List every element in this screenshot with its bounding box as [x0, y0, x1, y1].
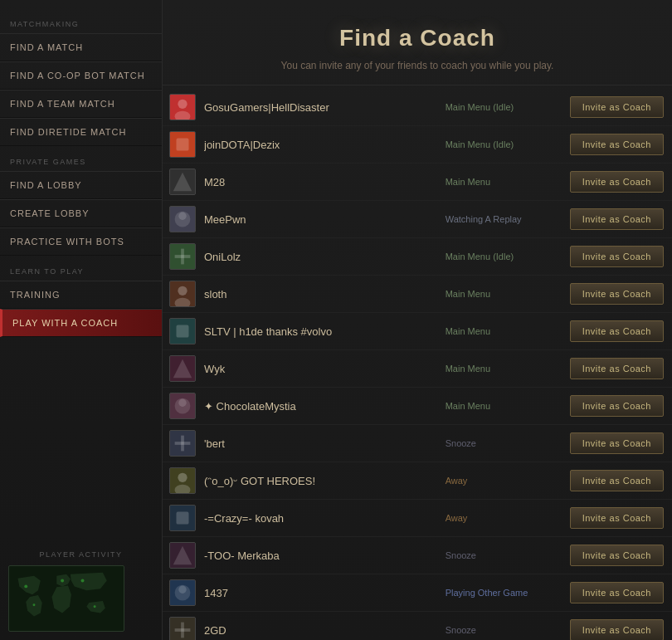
friend-avatar	[169, 131, 196, 158]
friend-avatar	[169, 542, 196, 569]
friend-status: Main Menu (Idle)	[437, 102, 570, 112]
svg-point-40	[178, 586, 186, 594]
invite-as-coach-button[interactable]: Invite as Coach	[570, 619, 664, 640]
page-title: Find a Coach	[179, 25, 655, 51]
sidebar-item-play-coach[interactable]: PLAY WITH A COACH	[0, 309, 162, 337]
friend-name: -TOO- Merkaba	[204, 550, 437, 562]
svg-point-0	[24, 584, 27, 588]
svg-rect-35	[177, 512, 189, 525]
friend-avatar	[169, 467, 196, 494]
sidebar-item-find-lobby[interactable]: FIND A LOBBY	[0, 171, 162, 199]
friend-status: Playing Other Game	[437, 588, 570, 598]
friend-status: Main Menu	[437, 326, 570, 336]
friend-row: SLTV | h1de thanks #volvoMain MenuInvite…	[163, 313, 672, 350]
sidebar-item-practice-bots[interactable]: PRACTICE WITH BOTS	[0, 227, 162, 256]
invite-as-coach-button[interactable]: Invite as Coach	[570, 283, 664, 305]
friend-name: SLTV | h1de thanks #volvo	[204, 325, 437, 338]
sidebar-item-find-team-match[interactable]: FIND A TEAM MATCH	[0, 90, 162, 118]
learn-to-play-section-label: LEARN TO PLAY	[0, 256, 162, 281]
friend-row: slothMain MenuInvite as Coach	[163, 276, 672, 313]
sidebar-item-find-coop-bot[interactable]: FIND A CO-OP BOT MATCH	[0, 61, 162, 90]
friend-name: 'bert	[204, 437, 437, 450]
friend-row: WykMain MenuInvite as Coach	[163, 350, 672, 388]
friend-name: OniLolz	[204, 251, 437, 263]
friend-row: M28Main MenuInvite as Coach	[163, 164, 672, 201]
friend-row: OniLolzMain Menu (Idle)Invite as Coach	[163, 238, 672, 276]
svg-point-32	[178, 473, 187, 482]
friend-row: 1437Playing Other GameInvite as Coach	[163, 574, 672, 612]
friend-name: GosuGamers|HellDisaster	[204, 101, 437, 114]
invite-as-coach-button[interactable]: Invite as Coach	[570, 395, 664, 417]
invite-as-coach-button[interactable]: Invite as Coach	[570, 246, 664, 267]
svg-point-14	[178, 213, 186, 220]
player-activity-label: PLAYER ACTIVITY	[8, 550, 153, 559]
friend-status: Main Menu	[437, 177, 570, 187]
friend-avatar	[169, 169, 196, 195]
friend-status: Watching A Replay	[437, 214, 570, 224]
friend-status: Main Menu	[437, 289, 570, 299]
player-activity-section: PLAYER ACTIVITY	[0, 542, 162, 640]
invite-as-coach-button[interactable]: Invite as Coach	[570, 545, 664, 566]
svg-point-1	[61, 579, 64, 583]
friends-list: GosuGamers|HellDisasterMain Menu (Idle)I…	[163, 85, 672, 640]
friend-status: Away	[437, 513, 570, 523]
main-content: Find a Coach You can invite any of your …	[163, 0, 672, 640]
friend-status: Main Menu	[437, 364, 570, 374]
invite-as-coach-button[interactable]: Invite as Coach	[570, 582, 664, 603]
friend-avatar	[169, 505, 196, 531]
svg-point-6	[178, 100, 187, 109]
friend-row: 2GDSnoozeInvite as Coach	[163, 612, 672, 640]
friend-avatar	[169, 579, 196, 606]
sidebar-item-training[interactable]: TRAINING	[0, 281, 162, 309]
friend-avatar	[169, 617, 196, 640]
friend-row: -TOO- MerkabaSnoozeInvite as Coach	[163, 537, 672, 574]
invite-as-coach-button[interactable]: Invite as Coach	[570, 470, 664, 491]
invite-as-coach-button[interactable]: Invite as Coach	[570, 432, 664, 454]
invite-as-coach-button[interactable]: Invite as Coach	[570, 208, 664, 230]
friend-status: Snooze	[437, 625, 570, 635]
friend-status: Away	[437, 476, 570, 486]
invite-as-coach-button[interactable]: Invite as Coach	[570, 171, 664, 193]
svg-point-4	[33, 603, 36, 606]
friend-row: ✦ ChocolateMystiaMain MenuInvite as Coac…	[163, 388, 672, 425]
friend-row: GosuGamers|HellDisasterMain Menu (Idle)I…	[163, 89, 672, 126]
friend-row: (ᵔo_o)ᵕ GOT HEROES!AwayInvite as Coach	[163, 462, 672, 500]
friend-name: -=Crazy=- kovah	[204, 512, 437, 525]
svg-point-2	[81, 579, 85, 583]
sidebar-item-find-a-match[interactable]: FIND A MATCH	[0, 33, 162, 61]
friend-status: Snooze	[437, 438, 570, 448]
invite-as-coach-button[interactable]: Invite as Coach	[570, 320, 664, 342]
svg-rect-9	[177, 139, 189, 151]
friend-status: Main Menu	[437, 401, 570, 411]
friend-avatar	[169, 243, 196, 270]
friend-row: -=Crazy=- kovahAwayInvite as Coach	[163, 500, 672, 537]
friend-status: Main Menu (Idle)	[437, 252, 570, 261]
friend-avatar	[169, 318, 196, 344]
friend-row: 'bertSnoozeInvite as Coach	[163, 425, 672, 462]
friend-status: Main Menu (Idle)	[437, 139, 570, 149]
friend-name: 1437	[204, 587, 437, 599]
svg-rect-30	[181, 436, 184, 452]
sidebar-item-find-diretide[interactable]: FIND DIRETIDE MATCH	[0, 118, 162, 146]
friend-name: ✦ ChocolateMystia	[204, 400, 437, 413]
invite-as-coach-button[interactable]: Invite as Coach	[570, 507, 664, 529]
friend-row: joinDOTA|DezixMain Menu (Idle)Invite as …	[163, 126, 672, 164]
invite-as-coach-button[interactable]: Invite as Coach	[570, 358, 664, 379]
sidebar: MATCHMAKING FIND A MATCH FIND A CO-OP BO…	[0, 0, 163, 640]
svg-point-19	[178, 286, 187, 296]
sidebar-item-create-lobby[interactable]: CREATE LOBBY	[0, 199, 162, 227]
main-header: Find a Coach You can invite any of your …	[163, 0, 672, 85]
friend-avatar	[169, 430, 196, 457]
friend-avatar	[169, 281, 196, 307]
friend-avatar	[169, 206, 196, 232]
friend-status: Snooze	[437, 550, 570, 560]
friend-name: joinDOTA|Dezix	[204, 139, 437, 151]
svg-point-27	[178, 399, 186, 407]
friend-name: M28	[204, 176, 437, 188]
svg-rect-22	[177, 325, 189, 338]
invite-as-coach-button[interactable]: Invite as Coach	[570, 96, 664, 118]
invite-as-coach-button[interactable]: Invite as Coach	[570, 134, 664, 155]
friend-avatar	[169, 94, 196, 120]
svg-point-3	[94, 605, 96, 608]
friend-avatar	[169, 393, 196, 419]
